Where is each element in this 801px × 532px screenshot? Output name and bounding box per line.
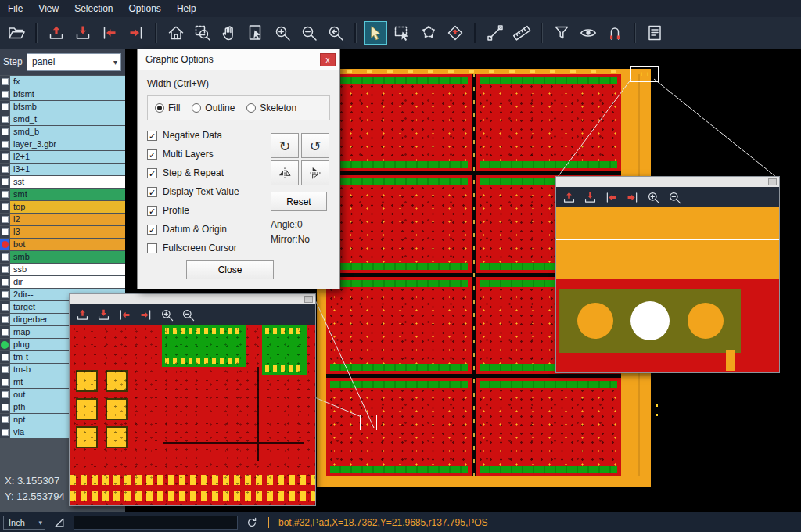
line-tool-button[interactable] [483, 21, 507, 45]
tray-down-button[interactable] [94, 305, 113, 324]
tray-up-button[interactable] [45, 21, 68, 45]
layer-checkbox[interactable] [0, 276, 9, 288]
restore-window-icon[interactable] [768, 178, 777, 185]
checkbox-multi-layers[interactable]: ✓Multi Layers [147, 149, 266, 160]
layer-row-sst[interactable]: sst [0, 176, 125, 188]
layer-checkbox[interactable] [0, 226, 9, 238]
checkbox-display-text-value[interactable]: ✓Display Text Value [147, 186, 266, 197]
layer-checkbox[interactable] [0, 289, 9, 300]
tray-down-button[interactable] [580, 188, 599, 207]
rotate-ccw-button[interactable]: ↺ [301, 133, 329, 158]
zoom-out-button[interactable] [297, 21, 321, 45]
layer-row-l2[interactable]: l2 [0, 214, 125, 225]
layer-row-bfsmt[interactable]: bfsmt [0, 88, 125, 100]
checkbox-fullscreen-cursor[interactable]: Fullscreen Cursor [147, 243, 266, 253]
layer-checkbox[interactable] [0, 251, 9, 263]
layer-checkbox[interactable] [0, 126, 9, 138]
layer-row-ssb[interactable]: ssb [0, 264, 125, 275]
open-folder-button[interactable] [5, 21, 28, 45]
eye-button[interactable] [577, 21, 600, 45]
layer-row-smd_t[interactable]: smd_t [0, 113, 125, 125]
menu-file[interactable]: File [0, 0, 31, 17]
zoom-prev-button[interactable] [324, 21, 347, 45]
layer-row-fx[interactable]: fx [0, 76, 125, 88]
menu-selection[interactable]: Selection [66, 0, 120, 17]
checkbox-profile[interactable]: ✓Profile [147, 205, 266, 216]
radio-fill[interactable]: Fill [155, 102, 180, 113]
layer-checkbox[interactable] [0, 214, 9, 225]
layer-checkbox[interactable] [0, 376, 9, 388]
refresh-icon[interactable] [246, 516, 258, 529]
layer-checkbox[interactable] [0, 101, 9, 113]
checkbox-negative-data[interactable]: ✓Negative Data [147, 130, 266, 141]
mirror-horizontal-button[interactable] [271, 160, 299, 185]
layers-compare-button[interactable] [444, 21, 467, 45]
step-selector[interactable]: panel [27, 53, 121, 71]
layer-checkbox[interactable] [0, 326, 9, 338]
nav-left-button[interactable] [115, 305, 134, 324]
layer-row-top[interactable]: top [0, 201, 125, 213]
layer-checkbox[interactable] [0, 164, 9, 175]
tray-up-button[interactable] [559, 188, 578, 207]
command-input[interactable] [74, 516, 238, 530]
select-doc-button[interactable] [244, 21, 268, 45]
layer-checkbox[interactable] [0, 201, 9, 213]
layer-checkbox[interactable] [0, 314, 9, 325]
zoom-in-button[interactable] [157, 305, 176, 324]
select-area-button[interactable] [390, 21, 414, 45]
nav-left-button[interactable] [98, 21, 121, 45]
layer-row-bfsmb[interactable]: bfsmb [0, 101, 125, 113]
layer-checkbox[interactable] [0, 113, 9, 125]
layer-checkbox[interactable] [0, 88, 9, 100]
close-button[interactable]: Close [186, 260, 274, 279]
menu-options[interactable]: Options [121, 0, 169, 17]
nav-right-button[interactable] [136, 305, 155, 324]
tray-down-button[interactable] [71, 21, 95, 45]
unit-selector[interactable]: Inch [3, 516, 45, 530]
popup-title-bar[interactable] [556, 177, 779, 187]
layer-row-smd_b[interactable]: smd_b [0, 126, 125, 138]
home-button[interactable] [164, 21, 188, 45]
net-probe-button[interactable] [603, 21, 627, 45]
snap-angle-icon[interactable] [53, 516, 66, 529]
layer-checkbox[interactable] [0, 189, 9, 200]
layer-checkbox[interactable] [0, 264, 9, 275]
dialog-title-bar[interactable]: Graphic Options x [138, 49, 339, 70]
layer-row-l3+1[interactable]: l3+1 [0, 164, 125, 175]
restore-window-icon[interactable] [304, 296, 313, 303]
zoom-out-button[interactable] [178, 305, 197, 324]
radio-skeleton[interactable]: Skeleton [246, 102, 296, 113]
nav-left-button[interactable] [602, 188, 620, 207]
layer-active-indicator[interactable] [0, 239, 9, 250]
layer-checkbox[interactable] [0, 138, 9, 150]
layer-checkbox[interactable] [0, 351, 9, 363]
radio-outline[interactable]: Outline [192, 102, 235, 113]
layer-checkbox[interactable] [0, 414, 9, 426]
nav-right-button[interactable] [124, 21, 148, 45]
layer-checkbox[interactable] [0, 176, 9, 188]
layer-checkbox[interactable] [0, 151, 9, 163]
nav-right-button[interactable] [623, 188, 641, 207]
magnified-pcb-view[interactable] [556, 207, 779, 372]
menu-view[interactable]: View [31, 0, 66, 17]
checkbox-step-repeat[interactable]: ✓Step & Repeat [147, 167, 266, 178]
popup-title-bar[interactable] [70, 294, 315, 304]
mirror-vertical-button[interactable] [301, 160, 329, 185]
layer-row-smt[interactable]: smt [0, 189, 125, 200]
zoom-area-button[interactable] [191, 21, 214, 45]
layer-dot-indicator[interactable] [0, 339, 9, 350]
layer-row-smb[interactable]: smb [0, 251, 125, 263]
select-poly-button[interactable] [417, 21, 440, 45]
layer-row-l2+1[interactable]: l2+1 [0, 151, 125, 163]
layer-checkbox[interactable] [0, 389, 9, 401]
close-icon[interactable]: x [320, 53, 336, 66]
layer-row-layer_3.gbr[interactable]: layer_3.gbr [0, 138, 125, 150]
menu-help[interactable]: Help [169, 0, 204, 17]
rotate-cw-button[interactable]: ↻ [271, 133, 299, 158]
checkbox-datum-origin[interactable]: ✓Datum & Origin [147, 224, 266, 235]
layer-row-l3[interactable]: l3 [0, 226, 125, 238]
tray-up-button[interactable] [73, 305, 92, 324]
magnified-pcb-view[interactable] [70, 325, 315, 505]
cursor-button[interactable] [364, 21, 387, 45]
filter-button[interactable] [550, 21, 573, 45]
